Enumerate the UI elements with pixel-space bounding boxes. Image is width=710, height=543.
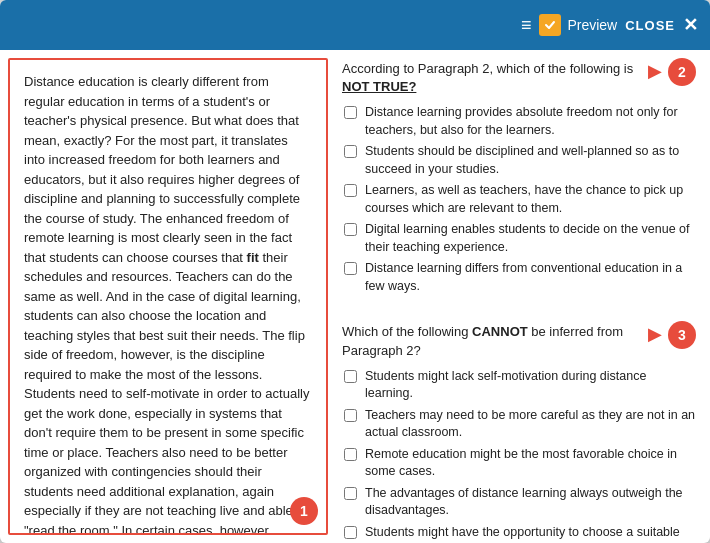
question-badge-1: 2 <box>668 58 696 86</box>
option-checkbox-2-3[interactable] <box>344 448 357 461</box>
option-item: Digital learning enables students to dec… <box>344 221 696 256</box>
question-section-1: According to Paragraph 2, which of the f… <box>342 60 696 295</box>
question-text-1: According to Paragraph 2, which of the f… <box>342 60 642 96</box>
option-checkbox-1-4[interactable] <box>344 223 357 236</box>
option-item: Students might lack self-motivation duri… <box>344 368 696 403</box>
option-checkbox-2-5[interactable] <box>344 526 357 539</box>
bold-word: fit <box>247 250 259 265</box>
option-label-1-5: Distance learning differs from conventio… <box>365 260 696 295</box>
option-checkbox-1-3[interactable] <box>344 184 357 197</box>
question-section-2: Which of the following CANNOT be inferre… <box>342 323 696 543</box>
grid-icon[interactable]: ≡ <box>521 15 532 36</box>
question-text-2: Which of the following CANNOT be inferre… <box>342 323 642 359</box>
option-label-2-5: Students might have the opportunity to c… <box>365 524 696 543</box>
right-panel: According to Paragraph 2, which of the f… <box>334 50 710 543</box>
option-item: Distance learning differs from conventio… <box>344 260 696 295</box>
question2-text-before: Which of the following <box>342 324 472 339</box>
close-button[interactable]: CLOSE <box>625 18 675 33</box>
option-item: Students might have the opportunity to c… <box>344 524 696 543</box>
preview-label: Preview <box>567 17 617 33</box>
question-header-2: Which of the following CANNOT be inferre… <box>342 323 696 359</box>
left-panel: Distance education is clearly different … <box>8 58 328 535</box>
option-item: Distance learning provides absolute free… <box>344 104 696 139</box>
options-list-1: Distance learning provides absolute free… <box>342 104 696 295</box>
question-badge-2: 3 <box>668 321 696 349</box>
option-label-2-4: The advantages of distance learning alwa… <box>365 485 696 520</box>
option-checkbox-2-1[interactable] <box>344 370 357 383</box>
option-label-1-2: Students should be disciplined and well-… <box>365 143 696 178</box>
paragraph-badge-1: 1 <box>290 497 318 525</box>
preview-icon <box>539 14 561 36</box>
option-label-2-2: Teachers may need to be more careful as … <box>365 407 696 442</box>
question1-text-bold: NOT TRUE? <box>342 79 416 94</box>
arrow-icon-2: ▶ <box>648 323 662 345</box>
option-item: Learners, as well as teachers, have the … <box>344 182 696 217</box>
option-item: Remote education might be the most favor… <box>344 446 696 481</box>
option-label-2-1: Students might lack self-motivation duri… <box>365 368 696 403</box>
option-label-1-3: Learners, as well as teachers, have the … <box>365 182 696 217</box>
header: ≡ Preview CLOSE ✕ <box>0 0 710 50</box>
question1-text-before: According to Paragraph 2, which of the f… <box>342 61 633 76</box>
question2-text-bold: CANNOT <box>472 324 528 339</box>
question-header-1: According to Paragraph 2, which of the f… <box>342 60 696 96</box>
paragraph-text: Distance education is clearly different … <box>24 72 312 535</box>
option-checkbox-1-2[interactable] <box>344 145 357 158</box>
option-label-1-4: Digital learning enables students to dec… <box>365 221 696 256</box>
option-item: Students should be disciplined and well-… <box>344 143 696 178</box>
modal-container: ≡ Preview CLOSE ✕ Distance education is … <box>0 0 710 543</box>
close-x-icon[interactable]: ✕ <box>683 16 698 34</box>
options-list-2: Students might lack self-motivation duri… <box>342 368 696 543</box>
preview-button[interactable]: Preview <box>539 14 617 36</box>
content-area: Distance education is clearly different … <box>0 50 710 543</box>
option-label-2-3: Remote education might be the most favor… <box>365 446 696 481</box>
option-checkbox-1-5[interactable] <box>344 262 357 275</box>
arrow-icon-1: ▶ <box>648 60 662 82</box>
option-checkbox-1-1[interactable] <box>344 106 357 119</box>
option-item: The advantages of distance learning alwa… <box>344 485 696 520</box>
option-checkbox-2-2[interactable] <box>344 409 357 422</box>
option-item: Teachers may need to be more careful as … <box>344 407 696 442</box>
option-checkbox-2-4[interactable] <box>344 487 357 500</box>
option-label-1-1: Distance learning provides absolute free… <box>365 104 696 139</box>
